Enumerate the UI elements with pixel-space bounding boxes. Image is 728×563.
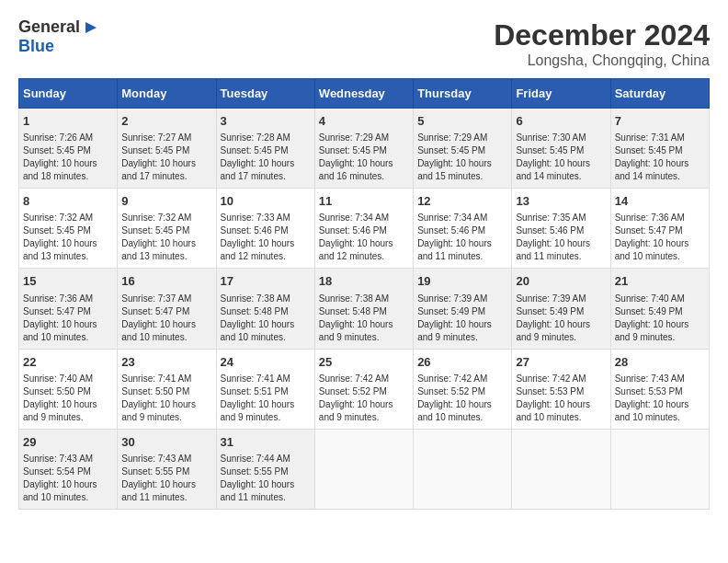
day-number: 11 [319, 193, 409, 210]
calendar-cell: 7 Sunrise: 7:31 AM Sunset: 5:45 PM Dayli… [610, 109, 709, 189]
sunset-text: Sunset: 5:45 PM [516, 145, 584, 155]
sunset-text: Sunset: 5:45 PM [23, 225, 91, 236]
day-number: 8 [23, 193, 113, 210]
calendar-cell: 2 Sunrise: 7:27 AM Sunset: 5:45 PM Dayli… [118, 109, 216, 189]
day-number: 21 [615, 273, 705, 290]
day-number: 12 [417, 193, 507, 210]
logo-blue: Blue [18, 37, 54, 56]
daylight-text: Daylight: 10 hours and 17 minutes. [221, 158, 295, 181]
day-number: 20 [516, 273, 606, 290]
sunrise-text: Sunrise: 7:30 AM [516, 132, 586, 143]
calendar-cell: 26 Sunrise: 7:42 AM Sunset: 5:52 PM Dayl… [414, 349, 512, 429]
calendar-cell: 18 Sunrise: 7:38 AM Sunset: 5:48 PM Dayl… [314, 269, 413, 349]
sunrise-text: Sunrise: 7:41 AM [221, 373, 290, 384]
sunrise-text: Sunrise: 7:38 AM [221, 293, 290, 304]
sunrise-text: Sunrise: 7:40 AM [23, 373, 93, 384]
sunset-text: Sunset: 5:46 PM [221, 225, 289, 236]
daylight-text: Daylight: 10 hours and 9 minutes. [516, 319, 590, 342]
day-number: 10 [221, 193, 311, 210]
day-number: 16 [121, 273, 211, 290]
sunrise-text: Sunrise: 7:29 AM [417, 132, 487, 143]
daylight-text: Daylight: 10 hours and 9 minutes. [23, 399, 97, 422]
daylight-text: Daylight: 10 hours and 11 minutes. [417, 238, 492, 261]
col-friday: Friday [512, 79, 610, 109]
calendar-cell: 9 Sunrise: 7:32 AM Sunset: 5:45 PM Dayli… [118, 189, 216, 269]
sunset-text: Sunset: 5:45 PM [221, 145, 289, 155]
calendar-week-row: 8 Sunrise: 7:32 AM Sunset: 5:45 PM Dayli… [19, 189, 710, 269]
calendar-week-row: 29 Sunrise: 7:43 AM Sunset: 5:54 PM Dayl… [19, 429, 710, 509]
daylight-text: Daylight: 10 hours and 13 minutes. [121, 238, 196, 261]
day-number: 24 [221, 354, 311, 371]
daylight-text: Daylight: 10 hours and 10 minutes. [23, 479, 97, 502]
daylight-text: Daylight: 10 hours and 11 minutes. [121, 479, 196, 502]
title-area: December 2024 Longsha, Chongqing, China [494, 18, 710, 69]
calendar-cell: 17 Sunrise: 7:38 AM Sunset: 5:48 PM Dayl… [216, 269, 314, 349]
col-tuesday: Tuesday [216, 79, 314, 109]
day-number: 9 [121, 193, 211, 210]
calendar-cell: 28 Sunrise: 7:43 AM Sunset: 5:53 PM Dayl… [610, 349, 709, 429]
calendar-cell: 27 Sunrise: 7:42 AM Sunset: 5:53 PM Dayl… [512, 349, 610, 429]
sunrise-text: Sunrise: 7:39 AM [417, 293, 487, 304]
daylight-text: Daylight: 10 hours and 10 minutes. [417, 399, 492, 422]
sunrise-text: Sunrise: 7:33 AM [221, 213, 290, 223]
calendar-cell: 29 Sunrise: 7:43 AM Sunset: 5:54 PM Dayl… [19, 429, 118, 509]
calendar-cell: 23 Sunrise: 7:41 AM Sunset: 5:50 PM Dayl… [118, 349, 216, 429]
daylight-text: Daylight: 10 hours and 10 minutes. [23, 319, 97, 342]
day-number: 30 [121, 434, 211, 451]
sunrise-text: Sunrise: 7:36 AM [615, 213, 685, 223]
calendar-cell: 21 Sunrise: 7:40 AM Sunset: 5:49 PM Dayl… [610, 269, 709, 349]
sunrise-text: Sunrise: 7:32 AM [121, 213, 191, 223]
day-number: 6 [516, 113, 606, 130]
calendar-cell: 14 Sunrise: 7:36 AM Sunset: 5:47 PM Dayl… [610, 189, 709, 269]
calendar-week-row: 22 Sunrise: 7:40 AM Sunset: 5:50 PM Dayl… [19, 349, 710, 429]
sunset-text: Sunset: 5:51 PM [221, 386, 289, 396]
daylight-text: Daylight: 10 hours and 10 minutes. [615, 238, 689, 261]
calendar-cell: 10 Sunrise: 7:33 AM Sunset: 5:46 PM Dayl… [216, 189, 314, 269]
daylight-text: Daylight: 10 hours and 14 minutes. [516, 158, 590, 181]
sunrise-text: Sunrise: 7:38 AM [319, 293, 389, 304]
daylight-text: Daylight: 10 hours and 10 minutes. [121, 319, 196, 342]
logo-arrow-icon [82, 18, 100, 37]
day-number: 28 [615, 354, 705, 371]
day-number: 26 [417, 354, 507, 371]
sunset-text: Sunset: 5:55 PM [221, 466, 289, 477]
day-number: 31 [221, 434, 311, 451]
col-saturday: Saturday [610, 79, 709, 109]
calendar-week-row: 15 Sunrise: 7:36 AM Sunset: 5:47 PM Dayl… [19, 269, 710, 349]
calendar-cell: 5 Sunrise: 7:29 AM Sunset: 5:45 PM Dayli… [414, 109, 512, 189]
daylight-text: Daylight: 10 hours and 12 minutes. [319, 238, 393, 261]
calendar-cell: 20 Sunrise: 7:39 AM Sunset: 5:49 PM Dayl… [512, 269, 610, 349]
calendar-cell: 30 Sunrise: 7:43 AM Sunset: 5:55 PM Dayl… [118, 429, 216, 509]
sunrise-text: Sunrise: 7:42 AM [516, 373, 586, 384]
day-number: 22 [23, 354, 113, 371]
daylight-text: Daylight: 10 hours and 11 minutes. [516, 238, 590, 261]
sunset-text: Sunset: 5:45 PM [417, 145, 485, 155]
col-thursday: Thursday [414, 79, 512, 109]
day-number: 29 [23, 434, 113, 451]
day-number: 18 [319, 273, 409, 290]
sub-title: Longsha, Chongqing, China [494, 52, 710, 69]
sunrise-text: Sunrise: 7:42 AM [417, 373, 487, 384]
main-title: December 2024 [494, 18, 710, 52]
daylight-text: Daylight: 10 hours and 9 minutes. [121, 399, 196, 422]
sunset-text: Sunset: 5:45 PM [319, 145, 387, 155]
sunrise-text: Sunrise: 7:43 AM [615, 373, 685, 384]
sunset-text: Sunset: 5:52 PM [417, 386, 485, 396]
calendar-cell: 8 Sunrise: 7:32 AM Sunset: 5:45 PM Dayli… [19, 189, 118, 269]
col-sunday: Sunday [19, 79, 118, 109]
daylight-text: Daylight: 10 hours and 13 minutes. [23, 238, 97, 261]
sunrise-text: Sunrise: 7:39 AM [516, 293, 586, 304]
day-number: 1 [23, 113, 113, 130]
sunset-text: Sunset: 5:45 PM [121, 145, 189, 155]
calendar-cell: 3 Sunrise: 7:28 AM Sunset: 5:45 PM Dayli… [216, 109, 314, 189]
sunset-text: Sunset: 5:49 PM [615, 306, 683, 316]
sunrise-text: Sunrise: 7:42 AM [319, 373, 389, 384]
day-number: 14 [615, 193, 705, 210]
sunset-text: Sunset: 5:50 PM [121, 386, 189, 396]
daylight-text: Daylight: 10 hours and 9 minutes. [417, 319, 492, 342]
sunset-text: Sunset: 5:48 PM [319, 306, 387, 316]
daylight-text: Daylight: 10 hours and 9 minutes. [319, 399, 393, 422]
col-monday: Monday [118, 79, 216, 109]
calendar-cell: 16 Sunrise: 7:37 AM Sunset: 5:47 PM Dayl… [118, 269, 216, 349]
sunrise-text: Sunrise: 7:28 AM [221, 132, 290, 143]
